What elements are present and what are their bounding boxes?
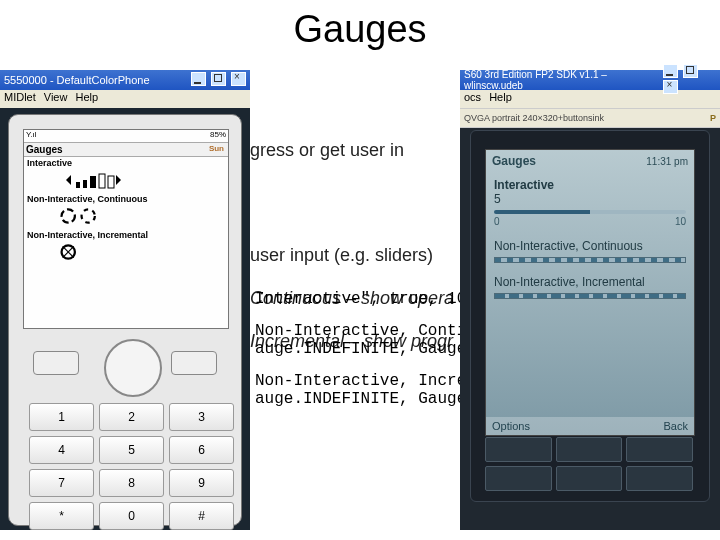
menu-key[interactable] (556, 466, 623, 491)
menu-item[interactable]: MIDlet (4, 91, 36, 107)
svg-rect-3 (90, 176, 96, 188)
svg-marker-6 (116, 175, 121, 185)
emulator-s60: S60 3rd Edition FP2 SDK v1.1 – wlinscw.u… (460, 70, 720, 530)
menu-item[interactable]: View (44, 91, 68, 107)
gauge-value: 5 (494, 192, 686, 206)
sun-logo: Sun (209, 144, 224, 153)
key-star[interactable]: * (29, 502, 94, 530)
softkey-left-label[interactable]: Options (492, 420, 530, 432)
svg-rect-4 (99, 174, 105, 188)
emulator-wtk: 5550000 - DefaultColorPhone MIDlet View … (0, 70, 250, 530)
key-9[interactable]: 9 (169, 469, 234, 497)
interactive-gauge[interactable] (27, 170, 225, 192)
code-line: Non-Interactive, Conti (255, 322, 285, 340)
gauge-label: Interactive (27, 158, 225, 168)
numeric-keypad: 1 2 3 4 5 6 7 8 9 * 0 # (29, 403, 234, 530)
close-icon[interactable] (231, 72, 246, 86)
incremental-gauge (494, 293, 686, 299)
code-line: Interactive", true, 10 (255, 290, 285, 308)
interactive-slider[interactable] (494, 210, 686, 214)
continuous-gauge (494, 257, 686, 263)
slide-title: Gauges (0, 8, 720, 51)
softkey-right[interactable] (626, 437, 693, 462)
code-line: auge.INDEFINITE, Gauge (255, 340, 285, 358)
window-titlebar[interactable]: 5550000 - DefaultColorPhone (0, 70, 250, 90)
softkey-right-label[interactable]: Back (664, 420, 688, 432)
dpad[interactable] (104, 339, 162, 397)
key-0[interactable]: 0 (99, 502, 164, 530)
maximize-icon[interactable] (211, 72, 226, 86)
slider-max: 10 (675, 216, 686, 227)
code-line: Non-Interactive, Incre (255, 372, 285, 390)
minimize-icon[interactable] (191, 72, 206, 86)
minimize-icon[interactable] (663, 64, 678, 78)
incremental-gauge (27, 242, 225, 264)
code-line: auge.INDEFINITE, Gauge (255, 390, 285, 408)
end-key[interactable] (626, 466, 693, 491)
key-6[interactable]: 6 (169, 436, 234, 464)
softkey-right[interactable] (171, 351, 217, 375)
screen-title: Gauges (492, 154, 536, 168)
key-5[interactable]: 5 (99, 436, 164, 464)
dpad[interactable] (556, 437, 623, 462)
hardware-keys (485, 437, 693, 491)
key-3[interactable]: 3 (169, 403, 234, 431)
battery-indicator: 85% (210, 130, 226, 142)
phone-shell: Gauges 11:31 pm Interactive 5 0 10 Non-I… (470, 130, 710, 502)
gauge-label: Non-Interactive, Incremental (27, 230, 225, 240)
svg-rect-1 (76, 182, 80, 188)
gauge-label: Non-Interactive, Continuous (494, 239, 686, 253)
toolbar: QVGA portrait 240×320+buttonsink P (460, 108, 720, 128)
softkey-left[interactable] (485, 437, 552, 462)
menu-item[interactable]: Help (489, 91, 512, 107)
code-sample: Interactive", true, 10 Non-Interactive, … (255, 290, 285, 408)
continuous-gauge (27, 206, 225, 228)
svg-point-8 (82, 209, 95, 222)
window-title: S60 3rd Edition FP2 SDK v1.1 – wlinscw.u… (464, 69, 661, 91)
gauge-label: Non-Interactive, Incremental (494, 275, 686, 289)
phone-shell: Sun Y.ıl 85% Gauges Interactive (8, 114, 242, 526)
menubar: MIDlet View Help (0, 90, 250, 108)
key-1[interactable]: 1 (29, 403, 94, 431)
menu-item[interactable]: ocs (464, 91, 481, 107)
phone-screen: Sun Y.ıl 85% Gauges Interactive (23, 129, 229, 329)
svg-rect-5 (108, 176, 114, 188)
svg-point-7 (62, 209, 75, 222)
body-line: user input (e.g. sliders) (250, 245, 285, 266)
clock: 11:31 pm (646, 156, 688, 167)
screen-title: Gauges (24, 142, 228, 157)
gauge-label: Interactive (494, 178, 686, 192)
resolution-label: QVGA portrait 240×320+buttonsink (464, 113, 604, 123)
close-icon[interactable] (663, 80, 678, 94)
svg-rect-2 (83, 180, 87, 188)
phone-screen: Gauges 11:31 pm Interactive 5 0 10 Non-I… (485, 149, 695, 436)
key-7[interactable]: 7 (29, 469, 94, 497)
menu-item[interactable]: Help (75, 91, 98, 107)
gauge-label: Non-Interactive, Continuous (27, 194, 225, 204)
p-icon: P (710, 113, 716, 123)
key-hash[interactable]: # (169, 502, 234, 530)
key-2[interactable]: 2 (99, 403, 164, 431)
window-title: 5550000 - DefaultColorPhone (4, 74, 150, 86)
key-4[interactable]: 4 (29, 436, 94, 464)
svg-marker-0 (66, 175, 71, 185)
maximize-icon[interactable] (683, 64, 698, 78)
call-key[interactable] (485, 466, 552, 491)
softkey-left[interactable] (33, 351, 79, 375)
body-line: gress or get user in (250, 140, 285, 161)
key-8[interactable]: 8 (99, 469, 164, 497)
slider-min: 0 (494, 216, 500, 227)
window-titlebar[interactable]: S60 3rd Edition FP2 SDK v1.1 – wlinscw.u… (460, 70, 720, 90)
signal-icon: Y.ıl (26, 130, 37, 142)
